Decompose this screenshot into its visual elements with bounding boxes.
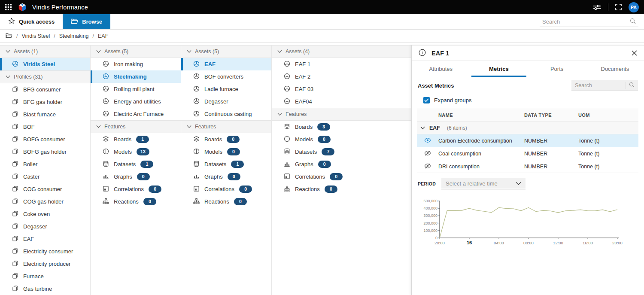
profile-item[interactable]: Electricity consumer <box>0 245 90 258</box>
profile-item[interactable]: Degasser <box>0 220 90 233</box>
breadcrumb-item[interactable]: Steelmaking <box>59 33 89 39</box>
profile-item-label: EAF <box>23 236 34 242</box>
svg-text:100,000: 100,000 <box>423 228 437 233</box>
feature-item[interactable]: Correlations0 <box>272 170 411 183</box>
expand-groups-checkbox[interactable] <box>423 97 430 103</box>
metrics-search[interactable] <box>571 80 638 91</box>
metric-row[interactable]: Coal consumptionNUMBERTonne (t) <box>417 147 638 160</box>
asset-item[interactable]: Degasser <box>181 95 271 108</box>
asset-item[interactable]: EAF 2 <box>272 70 411 83</box>
profile-item[interactable]: BOFG gas holder <box>0 146 90 158</box>
fullscreen-icon[interactable] <box>615 4 622 10</box>
metric-row[interactable]: DRI consumptionNUMBERTonne (t) <box>417 160 638 173</box>
asset-item[interactable]: Electric Arc Furnace <box>91 108 181 120</box>
profile-item[interactable]: EAF <box>0 233 90 245</box>
metric-row[interactable]: Carbon Electrode consumptionNUMBERTonne … <box>417 134 638 147</box>
table-group-row[interactable]: EAF(6 items) <box>417 122 638 134</box>
section-header[interactable]: Features <box>272 108 411 121</box>
section-header[interactable]: Features <box>181 120 271 133</box>
feature-item[interactable]: Models13 <box>91 146 181 158</box>
asset-icon <box>193 85 200 93</box>
feature-item[interactable]: Graphs0 <box>181 170 271 183</box>
visibility-toggle[interactable] <box>417 150 438 157</box>
asset-item[interactable]: EAF 1 <box>272 58 411 70</box>
feature-item[interactable]: Datasets1 <box>181 158 271 170</box>
asset-item-label: Viridis Steel <box>23 61 55 67</box>
feature-item[interactable]: Boards1 <box>91 133 181 146</box>
navbar: Quick access Browse <box>0 14 644 30</box>
profile-item[interactable]: BOF <box>0 121 90 133</box>
feature-item-label: Datasets <box>204 161 226 167</box>
section-header[interactable]: Assets (5) <box>91 45 181 58</box>
close-icon[interactable] <box>632 50 637 56</box>
feature-item[interactable]: Graphs0 <box>91 170 181 183</box>
metrics-search-input[interactable] <box>575 82 626 88</box>
asset-item[interactable]: BOF converters <box>181 70 271 83</box>
period-select[interactable]: Select a relative time <box>441 178 526 189</box>
profile-item[interactable]: Gas turbine <box>0 283 90 295</box>
feature-item[interactable]: Graphs0 <box>272 158 411 170</box>
profile-item[interactable]: Blast furnace <box>0 108 90 121</box>
feature-item[interactable]: Reactions0 <box>91 195 181 208</box>
search-icon <box>630 18 636 25</box>
user-avatar[interactable]: PA <box>629 2 639 12</box>
profile-item[interactable]: BFG consumer <box>0 83 90 96</box>
asset-item[interactable]: EAF04 <box>272 95 411 108</box>
profile-item[interactable]: Boiler <box>0 158 90 170</box>
correlations-icon <box>284 173 290 181</box>
tab-documents[interactable]: Documents <box>586 61 644 77</box>
svg-text:300,000: 300,000 <box>423 213 437 218</box>
feature-item[interactable]: Models0 <box>272 133 411 146</box>
section-header[interactable]: Assets (4) <box>272 45 411 58</box>
profile-icon <box>12 186 18 193</box>
section-header[interactable]: Profiles (31) <box>0 70 90 83</box>
visibility-toggle[interactable] <box>417 137 438 144</box>
section-header[interactable]: Features <box>91 120 181 133</box>
tab-metrics[interactable]: Metrics <box>470 61 528 77</box>
asset-item[interactable]: Continuous casting <box>181 108 271 120</box>
app-grid-icon[interactable] <box>5 4 12 10</box>
asset-item[interactable]: EAF <box>181 58 271 70</box>
asset-item[interactable]: Iron making <box>91 58 181 70</box>
profile-item[interactable]: Electricity producer <box>0 258 90 270</box>
global-search[interactable] <box>540 16 638 27</box>
feature-item[interactable]: Boards3 <box>272 121 411 133</box>
section-header[interactable]: Assets (5) <box>181 45 271 58</box>
feature-item[interactable]: Correlations0 <box>181 183 271 195</box>
feature-item[interactable]: Reactions0 <box>181 195 271 208</box>
datasets-icon <box>193 161 200 168</box>
feature-item[interactable]: Correlations0 <box>91 183 181 195</box>
profile-item[interactable]: Furnace <box>0 270 90 283</box>
profile-item-label: Electricity consumer <box>23 248 73 255</box>
settings-sliders-icon[interactable] <box>593 4 601 10</box>
asset-item[interactable]: Energy and utilities <box>91 95 181 108</box>
profile-item[interactable]: COG gas holder <box>0 195 90 208</box>
profile-item[interactable]: BFG gas holder <box>0 96 90 108</box>
profile-icon <box>12 111 18 119</box>
asset-item[interactable]: EAF 03 <box>272 83 411 95</box>
quick-access-tab[interactable]: Quick access <box>0 14 63 29</box>
feature-item[interactable]: Reactions0 <box>272 183 411 195</box>
feature-item[interactable]: Boards0 <box>181 133 271 146</box>
asset-item[interactable]: Steelmaking <box>91 70 181 83</box>
breadcrumb-item[interactable]: EAF <box>98 33 108 39</box>
browse-tab[interactable]: Browse <box>63 14 110 29</box>
visibility-toggle[interactable] <box>417 163 438 170</box>
profile-item[interactable]: BOFG consumer <box>0 133 90 146</box>
feature-item[interactable]: Datasets7 <box>272 146 411 158</box>
breadcrumb-item[interactable]: Viridis Steel <box>21 33 50 39</box>
asset-icon <box>193 98 200 106</box>
asset-item[interactable]: Rolling mill plant <box>91 83 181 95</box>
profile-item[interactable]: Caster <box>0 170 90 183</box>
tab-ports[interactable]: Ports <box>528 61 586 77</box>
asset-item[interactable]: Ladle furnace <box>181 83 271 95</box>
profile-item[interactable]: Coke oven <box>0 208 90 220</box>
feature-item[interactable]: Datasets1 <box>91 158 181 170</box>
profile-item[interactable]: COG consumer <box>0 183 90 195</box>
tab-attributes[interactable]: Attributes <box>412 61 470 77</box>
search-input[interactable] <box>542 18 627 25</box>
asset-item[interactable]: Viridis Steel <box>0 58 90 70</box>
feature-item[interactable]: Models0 <box>181 146 271 158</box>
folder-tree-icon[interactable] <box>6 33 12 40</box>
section-header[interactable]: Assets (1) <box>0 45 90 58</box>
